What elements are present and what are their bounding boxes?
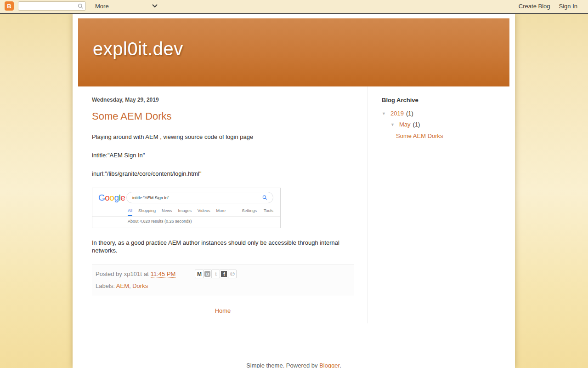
google-search-box: intitle:"AEM Sign In" [126, 192, 273, 203]
post-title[interactable]: Some AEM Dorks [92, 110, 354, 122]
share-glyph-icon: ℗ [230, 271, 235, 277]
google-logo-letter: g [114, 193, 119, 202]
google-tab: Videos [198, 208, 210, 216]
post-paragraph: In theory, as a good practice AEM author… [92, 239, 354, 254]
share-button[interactable]: t [211, 270, 220, 278]
footer-period: . [339, 362, 341, 368]
google-result-stats: About 4,620 results (0.26 seconds) [128, 219, 192, 224]
blogger-logo-icon[interactable]: B [5, 1, 14, 11]
label-link[interactable]: AEM [116, 282, 129, 289]
google-tab: Settings [242, 208, 257, 213]
blog-title[interactable]: expl0it.dev [93, 39, 183, 59]
google-tabs-divider [92, 216, 280, 217]
share-button[interactable]: f [220, 270, 228, 278]
post-body: Playing around with AEM , viewing source… [92, 133, 354, 178]
posted-by-text: Posted by [96, 270, 122, 277]
share-button[interactable]: B [203, 270, 212, 278]
blogger-navbar: B More Create Blog Sign In [0, 0, 588, 14]
archive-month-row: ▼ May (1) [390, 121, 509, 128]
google-logo-letter: o [105, 193, 109, 202]
post-timestamp-link[interactable]: 11:45 PM [151, 270, 176, 278]
navbar-search-box[interactable] [18, 1, 86, 11]
sidebar: Blog Archive ▼ 2019 (1) ▼ May (1) Some A… [368, 86, 509, 323]
share-glyph-icon: t [215, 271, 217, 277]
navbar-right-links: Create Blog Sign In [519, 3, 583, 10]
blog-header: expl0it.dev [78, 18, 509, 86]
create-blog-link[interactable]: Create Blog [519, 3, 550, 10]
share-glyph-icon: B [204, 271, 210, 277]
post-body-outro: In theory, as a good practice AEM author… [92, 239, 354, 254]
google-search-query: intitle:"AEM Sign In" [132, 196, 169, 200]
post-paragraph: inurl:"/libs/granite/core/content/login.… [92, 170, 354, 178]
share-glyph-icon: M [197, 271, 202, 277]
google-tab: Images [178, 208, 192, 216]
home-link[interactable]: Home [215, 307, 231, 314]
post-date-heading: Wednesday, May 29, 2019 [92, 97, 354, 103]
google-tab: More [216, 208, 226, 216]
labels-row: Labels: AEM, Dorks [96, 282, 350, 289]
archive-year-row: ▼ 2019 (1) [382, 110, 509, 117]
search-icon[interactable] [78, 3, 84, 9]
post-paragraph: Playing around with AEM , viewing source… [92, 133, 354, 141]
archive-post-link[interactable]: Some AEM Dorks [396, 132, 443, 139]
google-tools-tabs: SettingsTools [242, 208, 273, 213]
post-paragraph: intitle:"AEM Sign In" [92, 151, 354, 159]
archive-year-count: (1) [406, 110, 413, 117]
archive-month-count: (1) [413, 121, 420, 128]
chevron-down-icon [152, 4, 158, 8]
google-tab: Shopping [138, 208, 156, 216]
navbar-more-label: More [95, 3, 109, 10]
post-author: xp101t [124, 270, 142, 277]
site-footer: Simple theme. Powered by Blogger. [73, 362, 515, 368]
search-input[interactable] [20, 2, 78, 10]
share-button[interactable]: ℗ [228, 270, 237, 278]
google-logo: Google [98, 193, 125, 203]
google-logo-letter: G [98, 193, 105, 202]
archive-post-row: Some AEM Dorks [396, 132, 509, 139]
archive-month-link[interactable]: May [399, 121, 411, 128]
sign-in-link[interactable]: Sign In [559, 3, 577, 10]
google-logo-letter: e [120, 193, 125, 202]
share-button[interactable]: M [195, 270, 204, 278]
post-footer: Posted by xp101t at 11:45 PM M B [92, 264, 354, 295]
label-link[interactable]: Dorks [132, 282, 148, 289]
at-text: at [144, 270, 149, 277]
labels-title: Labels: [96, 282, 115, 289]
labels-list: AEM, Dorks [116, 282, 148, 289]
blog-archive-title: Blog Archive [382, 97, 509, 104]
google-tab: News [162, 208, 172, 216]
home-row: Home [92, 307, 354, 323]
share-glyph-icon: f [221, 271, 227, 277]
google-result-tabs: AllShoppingNewsImagesVideosMore [128, 208, 226, 216]
google-tab: Tools [264, 208, 273, 213]
google-logo-letter: o [109, 193, 114, 202]
google-search-icon [262, 195, 267, 200]
main-column: Wednesday, May 29, 2019 Some AEM Dorks P… [78, 86, 368, 323]
share-buttons: M B t f [195, 270, 236, 278]
footer-text: Simple theme. Powered by [246, 362, 319, 368]
content-columns: Wednesday, May 29, 2019 Some AEM Dorks P… [78, 86, 509, 323]
blogger-footer-link[interactable]: Blogger [319, 362, 339, 368]
post-image-google-search[interactable]: Google intitle:"AEM Sign In" AllShopping… [92, 188, 281, 228]
google-tab: All [128, 208, 132, 216]
navbar-more-dropdown[interactable]: More [95, 3, 158, 10]
archive-year-link[interactable]: 2019 [390, 110, 404, 117]
archive-toggle-icon[interactable]: ▼ [382, 111, 390, 116]
archive-toggle-icon[interactable]: ▼ [390, 122, 399, 127]
page-container: expl0it.dev Wednesday, May 29, 2019 Some… [73, 14, 515, 368]
post-meta-row: Posted by xp101t at 11:45 PM M B [96, 270, 350, 278]
